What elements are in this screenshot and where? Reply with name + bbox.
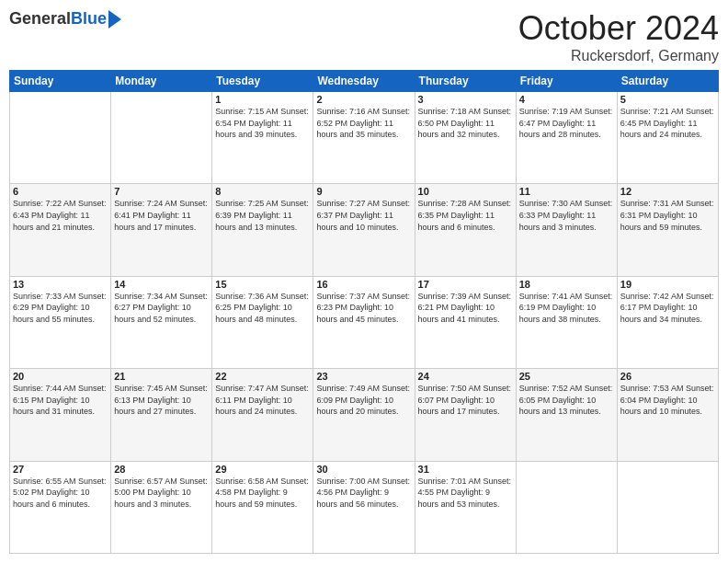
logo-blue-text: Blue bbox=[71, 9, 107, 29]
day-num-w1-d5: 11 bbox=[519, 186, 614, 197]
day-info-w2-d5: Sunrise: 7:41 AM Sunset: 6:19 PM Dayligh… bbox=[519, 291, 614, 326]
cell-w2-d4: 17Sunrise: 7:39 AM Sunset: 6:21 PM Dayli… bbox=[415, 276, 516, 368]
cell-w2-d5: 18Sunrise: 7:41 AM Sunset: 6:19 PM Dayli… bbox=[516, 276, 617, 368]
cell-w1-d3: 9Sunrise: 7:27 AM Sunset: 6:37 PM Daylig… bbox=[313, 184, 415, 276]
cell-w2-d3: 16Sunrise: 7:37 AM Sunset: 6:23 PM Dayli… bbox=[313, 276, 415, 368]
day-info-w1-d1: Sunrise: 7:24 AM Sunset: 6:41 PM Dayligh… bbox=[114, 198, 209, 233]
cell-w3-d2: 22Sunrise: 7:47 AM Sunset: 6:11 PM Dayli… bbox=[212, 369, 313, 461]
title-location: Ruckersdorf, Germany bbox=[518, 48, 719, 64]
day-num-w0-d4: 3 bbox=[418, 94, 513, 105]
week-row-0: 1Sunrise: 7:15 AM Sunset: 6:54 PM Daylig… bbox=[10, 92, 719, 184]
logo-general-text: General bbox=[9, 9, 71, 29]
cell-w1-d6: 12Sunrise: 7:31 AM Sunset: 6:31 PM Dayli… bbox=[617, 184, 718, 276]
header-thursday: Thursday bbox=[415, 71, 516, 92]
title-block: October 2024 Ruckersdorf, Germany bbox=[518, 9, 719, 64]
day-num-w2-d1: 14 bbox=[114, 279, 209, 290]
header: General Blue October 2024 Ruckersdorf, G… bbox=[9, 9, 719, 64]
cell-w2-d6: 19Sunrise: 7:42 AM Sunset: 6:17 PM Dayli… bbox=[617, 276, 718, 368]
cell-w3-d0: 20Sunrise: 7:44 AM Sunset: 6:15 PM Dayli… bbox=[10, 369, 111, 461]
day-info-w1-d0: Sunrise: 7:22 AM Sunset: 6:43 PM Dayligh… bbox=[13, 198, 108, 233]
title-month: October 2024 bbox=[518, 9, 719, 48]
day-info-w1-d3: Sunrise: 7:27 AM Sunset: 6:37 PM Dayligh… bbox=[316, 198, 411, 233]
day-num-w1-d2: 8 bbox=[215, 186, 310, 197]
cell-w4-d6 bbox=[617, 461, 718, 553]
day-info-w3-d6: Sunrise: 7:53 AM Sunset: 6:04 PM Dayligh… bbox=[620, 383, 715, 418]
cell-w4-d1: 28Sunrise: 6:57 AM Sunset: 5:00 PM Dayli… bbox=[111, 461, 212, 553]
day-info-w3-d5: Sunrise: 7:52 AM Sunset: 6:05 PM Dayligh… bbox=[519, 383, 614, 418]
day-num-w1-d1: 7 bbox=[114, 186, 209, 197]
cell-w2-d2: 15Sunrise: 7:36 AM Sunset: 6:25 PM Dayli… bbox=[212, 276, 313, 368]
cell-w1-d1: 7Sunrise: 7:24 AM Sunset: 6:41 PM Daylig… bbox=[111, 184, 212, 276]
cell-w0-d5: 4Sunrise: 7:19 AM Sunset: 6:47 PM Daylig… bbox=[516, 92, 617, 184]
cell-w4-d0: 27Sunrise: 6:55 AM Sunset: 5:02 PM Dayli… bbox=[10, 461, 111, 553]
day-info-w1-d6: Sunrise: 7:31 AM Sunset: 6:31 PM Dayligh… bbox=[620, 198, 715, 233]
logo-arrow-icon bbox=[108, 10, 121, 29]
day-info-w0-d5: Sunrise: 7:19 AM Sunset: 6:47 PM Dayligh… bbox=[519, 106, 614, 141]
page: General Blue October 2024 Ruckersdorf, G… bbox=[0, 0, 728, 563]
cell-w0-d4: 3Sunrise: 7:18 AM Sunset: 6:50 PM Daylig… bbox=[415, 92, 516, 184]
header-row: Sunday Monday Tuesday Wednesday Thursday… bbox=[10, 71, 719, 92]
day-num-w1-d3: 9 bbox=[316, 186, 411, 197]
day-info-w0-d4: Sunrise: 7:18 AM Sunset: 6:50 PM Dayligh… bbox=[418, 106, 513, 141]
day-info-w2-d3: Sunrise: 7:37 AM Sunset: 6:23 PM Dayligh… bbox=[316, 291, 411, 326]
day-info-w3-d0: Sunrise: 7:44 AM Sunset: 6:15 PM Dayligh… bbox=[13, 383, 108, 418]
day-num-w1-d0: 6 bbox=[13, 186, 108, 197]
day-num-w3-d5: 25 bbox=[519, 371, 614, 382]
header-sunday: Sunday bbox=[10, 71, 111, 92]
day-num-w0-d3: 2 bbox=[316, 94, 411, 105]
cell-w4-d4: 31Sunrise: 7:01 AM Sunset: 4:55 PM Dayli… bbox=[415, 461, 516, 553]
day-num-w3-d4: 24 bbox=[418, 371, 513, 382]
cell-w0-d3: 2Sunrise: 7:16 AM Sunset: 6:52 PM Daylig… bbox=[313, 92, 415, 184]
week-row-3: 20Sunrise: 7:44 AM Sunset: 6:15 PM Dayli… bbox=[10, 369, 719, 461]
day-info-w2-d1: Sunrise: 7:34 AM Sunset: 6:27 PM Dayligh… bbox=[114, 291, 209, 326]
day-info-w4-d4: Sunrise: 7:01 AM Sunset: 4:55 PM Dayligh… bbox=[418, 476, 513, 511]
day-num-w4-d4: 31 bbox=[418, 464, 513, 475]
day-num-w0-d6: 5 bbox=[620, 94, 715, 105]
day-info-w0-d2: Sunrise: 7:15 AM Sunset: 6:54 PM Dayligh… bbox=[215, 106, 310, 141]
cell-w3-d3: 23Sunrise: 7:49 AM Sunset: 6:09 PM Dayli… bbox=[313, 369, 415, 461]
day-info-w0-d6: Sunrise: 7:21 AM Sunset: 6:45 PM Dayligh… bbox=[620, 106, 715, 141]
logo: General Blue bbox=[9, 9, 121, 29]
cell-w3-d6: 26Sunrise: 7:53 AM Sunset: 6:04 PM Dayli… bbox=[617, 369, 718, 461]
cell-w1-d4: 10Sunrise: 7:28 AM Sunset: 6:35 PM Dayli… bbox=[415, 184, 516, 276]
cell-w0-d6: 5Sunrise: 7:21 AM Sunset: 6:45 PM Daylig… bbox=[617, 92, 718, 184]
day-num-w3-d0: 20 bbox=[13, 371, 108, 382]
day-num-w3-d6: 26 bbox=[620, 371, 715, 382]
cell-w3-d4: 24Sunrise: 7:50 AM Sunset: 6:07 PM Dayli… bbox=[415, 369, 516, 461]
day-num-w4-d0: 27 bbox=[13, 464, 108, 475]
cell-w1-d0: 6Sunrise: 7:22 AM Sunset: 6:43 PM Daylig… bbox=[10, 184, 111, 276]
header-wednesday: Wednesday bbox=[313, 71, 415, 92]
header-saturday: Saturday bbox=[617, 71, 718, 92]
day-num-w2-d4: 17 bbox=[418, 279, 513, 290]
day-info-w2-d6: Sunrise: 7:42 AM Sunset: 6:17 PM Dayligh… bbox=[620, 291, 715, 326]
day-num-w3-d2: 22 bbox=[215, 371, 310, 382]
day-info-w4-d3: Sunrise: 7:00 AM Sunset: 4:56 PM Dayligh… bbox=[316, 476, 411, 511]
day-info-w2-d2: Sunrise: 7:36 AM Sunset: 6:25 PM Dayligh… bbox=[215, 291, 310, 326]
day-num-w4-d3: 30 bbox=[316, 464, 411, 475]
cell-w4-d3: 30Sunrise: 7:00 AM Sunset: 4:56 PM Dayli… bbox=[313, 461, 415, 553]
day-info-w3-d2: Sunrise: 7:47 AM Sunset: 6:11 PM Dayligh… bbox=[215, 383, 310, 418]
day-num-w3-d1: 21 bbox=[114, 371, 209, 382]
day-num-w2-d6: 19 bbox=[620, 279, 715, 290]
week-row-4: 27Sunrise: 6:55 AM Sunset: 5:02 PM Dayli… bbox=[10, 461, 719, 553]
day-info-w3-d4: Sunrise: 7:50 AM Sunset: 6:07 PM Dayligh… bbox=[418, 383, 513, 418]
day-num-w2-d3: 16 bbox=[316, 279, 411, 290]
header-monday: Monday bbox=[111, 71, 212, 92]
day-info-w4-d2: Sunrise: 6:58 AM Sunset: 4:58 PM Dayligh… bbox=[215, 476, 310, 511]
day-num-w2-d0: 13 bbox=[13, 279, 108, 290]
cell-w0-d1 bbox=[111, 92, 212, 184]
day-info-w4-d0: Sunrise: 6:55 AM Sunset: 5:02 PM Dayligh… bbox=[13, 476, 108, 511]
week-row-2: 13Sunrise: 7:33 AM Sunset: 6:29 PM Dayli… bbox=[10, 276, 719, 368]
day-info-w1-d4: Sunrise: 7:28 AM Sunset: 6:35 PM Dayligh… bbox=[418, 198, 513, 233]
cell-w4-d2: 29Sunrise: 6:58 AM Sunset: 4:58 PM Dayli… bbox=[212, 461, 313, 553]
day-num-w2-d5: 18 bbox=[519, 279, 614, 290]
day-info-w2-d0: Sunrise: 7:33 AM Sunset: 6:29 PM Dayligh… bbox=[13, 291, 108, 326]
day-num-w0-d2: 1 bbox=[215, 94, 310, 105]
day-info-w4-d1: Sunrise: 6:57 AM Sunset: 5:00 PM Dayligh… bbox=[114, 476, 209, 511]
day-num-w4-d2: 29 bbox=[215, 464, 310, 475]
day-num-w3-d3: 23 bbox=[316, 371, 411, 382]
day-num-w0-d5: 4 bbox=[519, 94, 614, 105]
day-info-w0-d3: Sunrise: 7:16 AM Sunset: 6:52 PM Dayligh… bbox=[316, 106, 411, 141]
cell-w3-d1: 21Sunrise: 7:45 AM Sunset: 6:13 PM Dayli… bbox=[111, 369, 212, 461]
calendar-table: Sunday Monday Tuesday Wednesday Thursday… bbox=[9, 70, 719, 554]
